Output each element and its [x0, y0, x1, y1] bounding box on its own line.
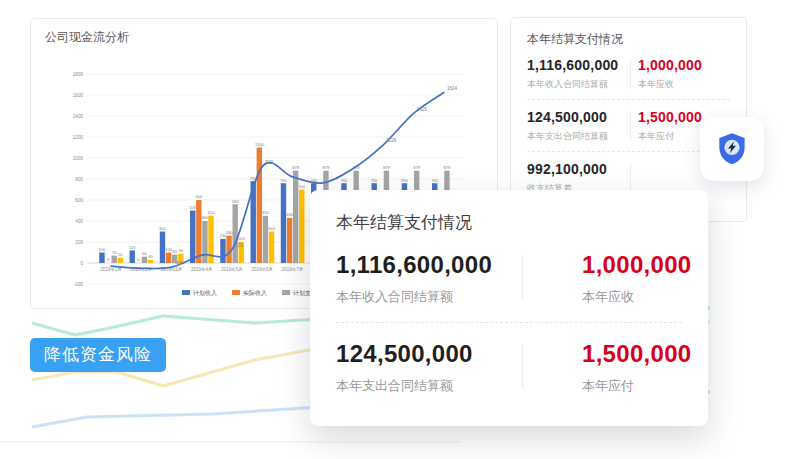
overlay-income-label: 本年收入合同结算额: [336, 288, 522, 306]
svg-text:760: 760: [431, 178, 439, 183]
svg-text:-40: -40: [175, 261, 182, 266]
security-shield-widget[interactable]: [700, 117, 764, 181]
svg-text:1400: 1400: [73, 114, 84, 119]
overlay-payable-label: 本年应付: [582, 377, 691, 395]
overlay-payable-value: 1,500,000: [582, 340, 691, 368]
risk-reduction-badge: 降低资金风险: [30, 338, 166, 372]
svg-text:0: 0: [107, 257, 110, 262]
overlay-title: 本年结算支付情况: [336, 211, 682, 234]
svg-text:1100: 1100: [255, 142, 265, 147]
cashflow-chart-title: 公司现金流分析: [45, 29, 129, 46]
divider: [522, 255, 523, 299]
svg-text:2019年6月: 2019年6月: [252, 267, 274, 272]
svg-text:120: 120: [129, 245, 137, 250]
svg-text:130: 130: [235, 243, 243, 248]
svg-text:2019年4月: 2019年4月: [191, 267, 213, 272]
svg-text:400: 400: [75, 219, 83, 224]
overlay-row-expense: 124,500,000 本年支出合同结算额 1,500,000 本年应付: [336, 323, 682, 411]
svg-text:300: 300: [159, 226, 167, 231]
svg-text:760: 760: [280, 178, 288, 183]
overlay-income-value: 1,116,600,000: [336, 251, 522, 279]
panel-payable-label: 本年应付: [638, 130, 702, 143]
settlement-overlay-card: 本年结算支付情况 1,116,600,000 本年收入合同结算额 1,000,0…: [310, 190, 708, 426]
svg-text:879: 879: [383, 165, 391, 170]
svg-text:920: 920: [265, 160, 273, 165]
svg-text:1600: 1600: [73, 93, 84, 98]
svg-text:2019年1月: 2019年1月: [100, 267, 122, 272]
svg-text:450: 450: [262, 210, 270, 215]
svg-text:760: 760: [371, 178, 379, 183]
svg-text:80: 80: [172, 249, 177, 254]
svg-text:430: 430: [286, 212, 294, 217]
overlay-expense-value: 124,500,000: [336, 340, 522, 368]
settlement-panel-title: 本年结算支付情况: [527, 31, 730, 48]
svg-text:计划收入: 计划收入: [193, 289, 217, 297]
svg-text:260: 260: [226, 230, 234, 235]
panel-balance-value: 992,100,000: [527, 161, 623, 177]
svg-text:2019年5月: 2019年5月: [221, 267, 243, 272]
svg-text:0: 0: [80, 261, 83, 266]
svg-text:760: 760: [401, 178, 409, 183]
svg-text:1425: 1425: [417, 107, 428, 112]
panel-income-label: 本年收入合同结算额: [527, 78, 623, 91]
svg-text:60: 60: [142, 251, 147, 256]
overlay-receivable-label: 本年应收: [582, 288, 691, 306]
svg-text:1126: 1126: [386, 138, 396, 143]
svg-text:50: 50: [118, 252, 123, 257]
svg-text:879: 879: [413, 165, 421, 170]
panel-payable-value: 1,500,000: [638, 109, 702, 125]
svg-text:200: 200: [75, 240, 83, 245]
svg-text:70: 70: [112, 250, 117, 255]
settlement-row-income: 1,116,600,000 本年收入合同结算额 1,000,000 本年应收: [527, 48, 730, 100]
svg-text:300: 300: [268, 226, 276, 231]
overlay-receivable-value: 1,000,000: [582, 251, 691, 279]
svg-text:760: 760: [341, 178, 349, 183]
svg-text:90: 90: [178, 248, 183, 253]
svg-text:700: 700: [298, 184, 306, 189]
svg-text:0: 0: [137, 257, 140, 262]
svg-text:450: 450: [208, 210, 216, 215]
divider: [630, 111, 631, 141]
overlay-expense-label: 本年支出合同结算额: [336, 377, 522, 395]
svg-text:1800: 1800: [73, 72, 84, 77]
svg-text:30: 30: [148, 254, 153, 259]
divider: [630, 163, 631, 193]
overlay-row-income: 1,116,600,000 本年收入合同结算额 1,000,000 本年应收: [336, 234, 682, 323]
svg-text:200: 200: [238, 236, 246, 241]
svg-text:600: 600: [75, 198, 83, 203]
dashboard: 公司现金流分析 -2000200400600800100012001400160…: [0, 0, 792, 459]
svg-text:100: 100: [99, 247, 107, 252]
svg-text:2019年7月: 2019年7月: [282, 267, 304, 272]
svg-text:879: 879: [444, 165, 452, 170]
svg-text:600: 600: [195, 194, 203, 199]
svg-text:879: 879: [292, 165, 300, 170]
panel-income-value: 1,116,600,000: [527, 57, 623, 73]
svg-text:-200: -200: [74, 282, 84, 287]
panel-receivable-label: 本年应收: [638, 78, 702, 91]
svg-text:560: 560: [232, 199, 240, 204]
shield-lightning-icon: [713, 130, 751, 168]
panel-receivable-value: 1,000,000: [638, 57, 702, 73]
svg-text:500: 500: [189, 205, 197, 210]
divider: [522, 344, 523, 388]
svg-text:1200: 1200: [73, 135, 84, 140]
panel-expense-value: 124,500,000: [527, 109, 623, 125]
svg-text:879: 879: [323, 165, 331, 170]
svg-text:实际收入: 实际收入: [243, 289, 267, 297]
svg-text:800: 800: [75, 177, 83, 182]
svg-text:1000: 1000: [73, 156, 84, 161]
svg-text:400: 400: [202, 215, 210, 220]
panel-expense-label: 本年支出合同结算额: [527, 130, 623, 143]
divider: [630, 59, 631, 89]
svg-text:1624: 1624: [447, 86, 458, 91]
